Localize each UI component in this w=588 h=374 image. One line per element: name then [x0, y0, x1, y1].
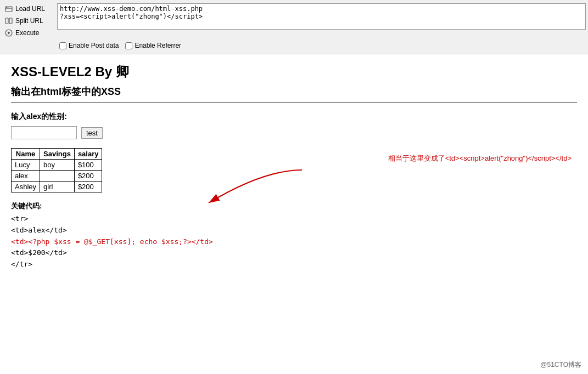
code-line: <td>$200</td> — [11, 247, 577, 259]
table-cell: girl — [40, 182, 75, 192]
code-line: <td><?php $xss = @$_GET[xss]; echo $xss;… — [11, 236, 577, 248]
left-buttons: Load URL Split URL Execute — [2, 3, 57, 38]
table-row: alex$200 — [12, 171, 102, 182]
url-row: Load URL Split URL Execute http://www.xs… — [0, 2, 588, 39]
split-url-button[interactable]: Split URL — [2, 15, 57, 26]
table-header: salary — [74, 149, 102, 160]
data-table: NameSavingssalary Lucyboy$100alex$200Ash… — [11, 148, 102, 192]
table-cell — [40, 171, 75, 182]
svg-rect-4 — [9, 18, 12, 24]
checkboxes-row: Enable Post data Enable Referrer — [0, 39, 588, 52]
page-title: XSS-LEVEL2 By 卿 — [11, 63, 577, 81]
key-code-label: 关键代码: — [11, 201, 577, 211]
main-content: XSS-LEVEL2 By 卿 输出在html标签中的XSS 输入alex的性别… — [0, 54, 588, 279]
url-input[interactable]: http://www.xss-demo.com/html-xss.php ?xs… — [57, 3, 586, 30]
execute-icon — [4, 29, 13, 37]
load-url-icon — [4, 4, 13, 13]
test-button[interactable]: test — [81, 127, 103, 139]
svg-point-1 — [6, 7, 7, 8]
split-url-icon — [4, 16, 13, 25]
enable-referrer-text: Enable Referrer — [135, 42, 181, 49]
table-cell: boy — [40, 160, 75, 171]
code-line: <tr> — [11, 213, 577, 225]
code-block: <tr> <td>alex</td> <td><?php $xss = @$_G… — [11, 213, 577, 270]
divider — [11, 103, 577, 103]
table-header: Name — [12, 149, 40, 160]
alex-gender-input[interactable] — [11, 126, 77, 139]
enable-post-label[interactable]: Enable Post data — [59, 42, 119, 49]
table-cell: alex — [12, 171, 40, 182]
enable-post-checkbox[interactable] — [59, 42, 66, 49]
enable-referrer-checkbox[interactable] — [125, 42, 132, 49]
toolbar: Load URL Split URL Execute http://www.xs… — [0, 0, 588, 54]
table-annotation-area: NameSavingssalary Lucyboy$100alex$200Ash… — [11, 148, 577, 192]
svg-point-2 — [8, 7, 9, 8]
enable-referrer-label[interactable]: Enable Referrer — [125, 42, 181, 49]
annotation-text: 相当于这里变成了<td><script>alert("zhong")</scri… — [388, 154, 572, 163]
table-row: Ashleygirl$200 — [12, 182, 102, 192]
key-code-section: 关键代码: <tr> <td>alex</td> <td><?php $xss … — [11, 201, 577, 270]
execute-label: Execute — [15, 29, 39, 37]
execute-button[interactable]: Execute — [2, 27, 57, 38]
table-header: Savings — [40, 149, 75, 160]
code-line: <td>alex</td> — [11, 225, 577, 236]
table-cell: $200 — [74, 171, 102, 182]
table-cell: Ashley — [12, 182, 40, 192]
table-cell: $200 — [74, 182, 102, 192]
load-url-label: Load URL — [15, 5, 45, 13]
input-row: test — [11, 126, 577, 139]
page-subtitle: 输出在html标签中的XSS — [11, 85, 577, 98]
split-url-label: Split URL — [15, 17, 43, 25]
code-line: </tr> — [11, 259, 577, 270]
table-row: Lucyboy$100 — [12, 160, 102, 171]
table-cell: $100 — [74, 160, 102, 171]
load-url-button[interactable]: Load URL — [2, 3, 57, 14]
enable-post-text: Enable Post data — [69, 42, 119, 49]
table-header-row: NameSavingssalary — [12, 149, 102, 160]
table-cell: Lucy — [12, 160, 40, 171]
svg-rect-3 — [5, 18, 8, 24]
input-label: 输入alex的性别: — [11, 112, 577, 122]
svg-marker-6 — [8, 31, 10, 35]
